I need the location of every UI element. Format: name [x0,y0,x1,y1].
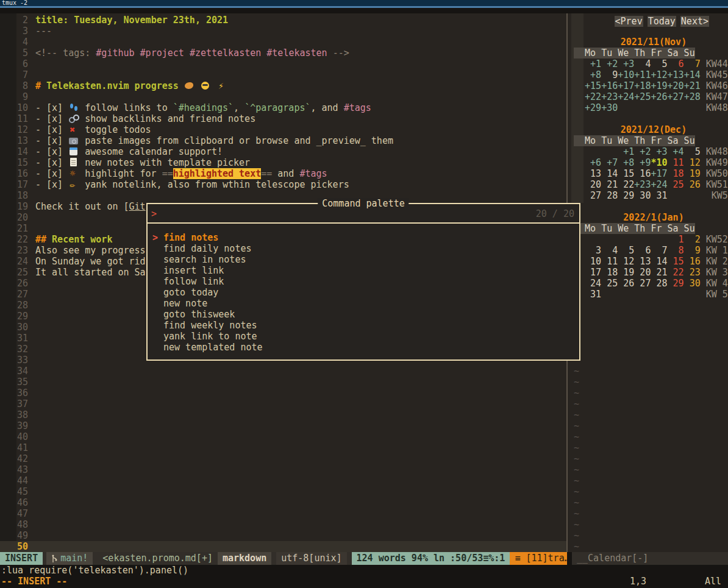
calendar-day[interactable]: *10 [651,157,667,168]
palette-item[interactable]: search in notes [148,254,579,265]
calendar-day[interactable]: 25 [601,278,618,289]
calendar-day[interactable]: 25 [668,179,684,190]
calendar-day[interactable]: +21 [684,80,701,91]
calendar-day[interactable]: 6 [634,245,651,256]
calendar-day[interactable]: 1 [668,234,684,245]
calendar-day[interactable]: 11 [668,157,684,168]
calendar-day[interactable]: 2 [684,234,701,245]
calendar-day[interactable]: 19 [618,267,634,278]
calendar-day[interactable]: +18 [634,80,651,91]
calendar-day[interactable]: 29 [618,190,634,201]
calendar-day[interactable]: +4 [668,146,684,157]
calendar-day[interactable]: 26 [618,278,634,289]
calendar-day[interactable]: +14 [684,69,701,80]
calendar-day[interactable]: 26 [684,179,701,190]
calendar-day[interactable]: 20 [585,179,601,190]
calendar-day[interactable]: 29 [668,278,684,289]
calendar-day[interactable]: +10 [618,69,634,80]
calendar-day[interactable]: 8 [668,245,684,256]
calendar-day[interactable]: 10 [585,256,601,267]
calendar-day[interactable]: 31 [585,289,601,300]
calendar-day[interactable]: +11 [634,69,651,80]
calendar-day[interactable]: +1 [618,146,634,157]
calendar-day[interactable]: +12 [651,69,667,80]
calendar-day[interactable]: +23 [601,91,618,102]
calendar-day[interactable]: 18 [601,267,618,278]
calendar-day[interactable]: +19 [651,80,667,91]
calendar-day[interactable]: +20 [668,80,684,91]
calendar-day[interactable]: 5 [651,58,667,69]
calendar-day[interactable]: +17 [651,168,667,179]
calendar-day[interactable]: 28 [651,278,667,289]
calendar-day[interactable]: +23 [634,179,651,190]
calendar-day[interactable]: +8 [585,69,601,80]
calendar-day[interactable]: +17 [618,80,634,91]
calendar-day[interactable]: 17 [585,267,601,278]
calendar-day[interactable]: +24 [651,179,667,190]
calendar-day[interactable]: 7 [651,245,667,256]
calendar-day[interactable]: 21 [651,267,667,278]
calendar-day[interactable]: 21 [601,179,618,190]
calendar-day[interactable]: 30 [634,190,651,201]
calendar-day[interactable]: 11 [601,256,618,267]
palette-item[interactable]: new note [148,298,579,309]
calendar-day[interactable]: 30 [684,278,701,289]
calendar-day[interactable]: +1 [585,58,601,69]
calendar-day[interactable]: +25 [634,91,651,102]
calendar-day[interactable]: +22 [585,91,601,102]
calendar-day[interactable]: 27 [585,190,601,201]
calendar-day[interactable]: +3 [651,146,667,157]
calendar-day[interactable]: 16 [684,256,701,267]
palette-item[interactable]: find daily notes [148,243,579,254]
calendar-day[interactable]: +15 [585,80,601,91]
calendar-day[interactable]: +8 [618,157,634,168]
calendar-day[interactable]: +2 [634,146,651,157]
calendar-day[interactable]: +24 [618,91,634,102]
calendar-day[interactable]: +9 [634,157,651,168]
palette-item[interactable]: goto today [148,287,579,298]
calendar-day[interactable]: 22 [668,267,684,278]
calendar-day[interactable]: 6 [668,58,684,69]
calendar-day[interactable]: +16 [601,80,618,91]
palette-item[interactable]: new templated note [148,342,579,353]
calendar-day[interactable]: 13 [585,168,601,179]
palette-item[interactable]: follow link [148,276,579,287]
calendar-day[interactable]: +29 [585,102,601,113]
calendar-day[interactable]: 3 [585,245,601,256]
calendar-day[interactable]: 23 [684,267,701,278]
calendar-day[interactable]: 27 [634,278,651,289]
calendar-day[interactable]: 16 [634,168,651,179]
calendar-day[interactable]: 9 [684,245,701,256]
calendar-day[interactable]: 18 [668,168,684,179]
calendar-day[interactable]: 4 [634,58,651,69]
prev-button[interactable]: <Prev [615,16,643,27]
calendar-day[interactable]: +7 [601,157,618,168]
calendar-day[interactable]: 19 [684,168,701,179]
calendar-day[interactable]: 24 [585,278,601,289]
calendar-day[interactable]: 15 [668,256,684,267]
calendar-day[interactable]: 14 [651,256,667,267]
calendar-day[interactable]: +6 [585,157,601,168]
calendar-day[interactable]: +28 [684,91,701,102]
calendar-day[interactable]: +13 [668,69,684,80]
git-branch-segment[interactable]: main! [46,552,93,565]
calendar-day[interactable]: 15 [618,168,634,179]
calendar-day[interactable]: 12 [684,157,701,168]
palette-item[interactable]: >find notes [148,232,579,243]
palette-item[interactable]: yank link to note [148,331,579,342]
palette-prompt-row[interactable]: > 20 / 20 [148,204,579,224]
palette-item[interactable]: insert link [148,265,579,276]
next-button[interactable]: Next> [680,16,709,27]
calendar-day[interactable]: 14 [601,168,618,179]
calendar-day[interactable]: 20 [634,267,651,278]
calendar-day[interactable]: 5 [684,146,701,157]
tab-indicator-segment[interactable]: ≡ [11]tra… [510,552,567,565]
calendar-day[interactable]: 12 [618,256,634,267]
calendar-day[interactable]: 13 [634,256,651,267]
calendar-day[interactable]: +2 [601,58,618,69]
command-line[interactable]: :lua require('telekasten').panel() [0,565,728,576]
calendar-day[interactable]: 7 [684,58,701,69]
calendar-day[interactable]: 9 [601,69,618,80]
today-button[interactable]: Today [648,16,676,27]
calendar-day[interactable]: 28 [601,190,618,201]
